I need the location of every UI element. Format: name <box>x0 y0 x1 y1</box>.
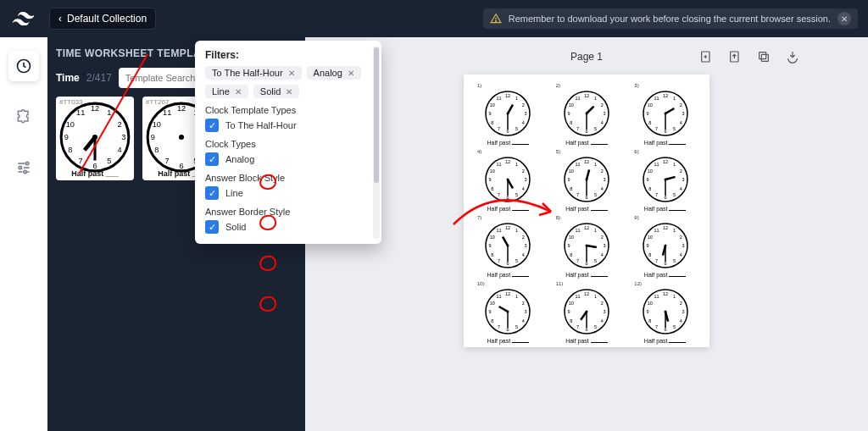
svg-text:1: 1 <box>515 162 518 167</box>
svg-text:2: 2 <box>679 301 682 306</box>
svg-text:12: 12 <box>663 291 668 296</box>
svg-text:5: 5 <box>673 324 676 329</box>
category-label: Time <box>56 72 80 84</box>
chip-remove-icon[interactable]: ✕ <box>288 69 295 78</box>
worksheet-cell: 10)123456789101112Half past <box>472 281 544 344</box>
worksheet-cell: 1)123456789101112Half past <box>472 83 544 146</box>
chip-remove-icon[interactable]: ✕ <box>235 87 242 97</box>
svg-text:10: 10 <box>647 235 652 240</box>
svg-text:2: 2 <box>601 102 604 108</box>
chip-label: Analog <box>314 68 342 78</box>
collection-label: Default Collection <box>67 13 147 25</box>
app-logo <box>10 10 36 27</box>
svg-point-199 <box>507 311 509 313</box>
answer-line: Half past <box>565 338 608 344</box>
svg-text:3: 3 <box>603 111 605 116</box>
svg-text:4: 4 <box>679 318 682 323</box>
svg-text:5: 5 <box>515 324 518 329</box>
svg-text:1: 1 <box>673 96 676 101</box>
clock-icon: 123456789101112 <box>640 154 691 205</box>
svg-point-4 <box>24 170 26 173</box>
worksheet-cell: 11)123456789101112Half past <box>551 281 623 344</box>
svg-text:4: 4 <box>522 318 525 323</box>
svg-text:9: 9 <box>567 309 570 314</box>
svg-text:8: 8 <box>648 120 651 125</box>
svg-line-85 <box>665 108 674 113</box>
svg-text:12: 12 <box>505 159 510 164</box>
chip-label: To The Half-Hour <box>212 68 283 78</box>
export-button[interactable] <box>727 49 743 64</box>
rail-time-icon[interactable] <box>8 51 39 81</box>
svg-line-101 <box>508 180 513 188</box>
svg-text:12: 12 <box>663 225 668 230</box>
clock-preview-icon: 121234567891011 <box>56 108 134 167</box>
svg-text:8: 8 <box>492 318 494 323</box>
svg-text:9: 9 <box>567 111 570 116</box>
chip-remove-icon[interactable]: ✕ <box>348 69 354 78</box>
svg-text:4: 4 <box>601 252 604 257</box>
filter-chip[interactable]: Analog✕ <box>307 66 361 80</box>
svg-text:10: 10 <box>153 120 161 129</box>
clock-icon: 123456789101112 <box>640 286 691 337</box>
category-count: 2/417 <box>86 72 112 84</box>
checkbox-checked[interactable] <box>205 220 219 234</box>
add-page-button[interactable] <box>698 49 714 64</box>
filter-chip[interactable]: Solid✕ <box>253 85 299 98</box>
rail-puzzle-icon[interactable] <box>8 102 39 132</box>
svg-text:2: 2 <box>118 120 122 129</box>
worksheet-cell: 5)123456789101112Half past <box>551 149 623 212</box>
svg-text:8: 8 <box>492 120 494 125</box>
svg-text:4: 4 <box>601 186 604 191</box>
svg-text:5: 5 <box>107 157 111 165</box>
clock-icon: 123456789101112 <box>640 220 691 271</box>
svg-text:2: 2 <box>679 235 682 240</box>
svg-point-3 <box>19 166 21 169</box>
chip-remove-icon[interactable]: ✕ <box>286 87 292 97</box>
filter-value: Solid <box>225 222 246 232</box>
svg-text:11: 11 <box>163 108 171 117</box>
svg-line-53 <box>508 105 513 113</box>
close-notice-button[interactable]: ✕ <box>837 12 851 25</box>
svg-point-119 <box>585 179 587 181</box>
checkbox-checked[interactable] <box>205 152 219 166</box>
svg-point-135 <box>664 179 666 181</box>
svg-text:10: 10 <box>490 235 495 240</box>
filters-popover: Filters: To The Half-Hour✕Analog✕Line✕So… <box>195 41 381 244</box>
duplicate-button[interactable] <box>756 49 771 64</box>
back-collection-button[interactable]: ‹ Default Collection <box>49 8 156 30</box>
answer-line: Half past <box>565 206 608 212</box>
checkbox-checked[interactable] <box>205 186 219 200</box>
popover-scrollbar[interactable] <box>373 46 380 239</box>
svg-text:2: 2 <box>522 235 525 240</box>
svg-text:5: 5 <box>594 126 597 131</box>
checkbox-checked[interactable] <box>205 119 219 132</box>
svg-text:12: 12 <box>584 291 589 296</box>
download-button[interactable] <box>785 49 800 64</box>
svg-point-20 <box>92 135 97 140</box>
svg-text:9: 9 <box>646 111 648 116</box>
svg-text:3: 3 <box>682 309 684 314</box>
svg-text:12: 12 <box>505 93 510 98</box>
filter-chip[interactable]: To The Half-Hour✕ <box>205 66 302 80</box>
svg-text:7: 7 <box>655 192 658 197</box>
worksheet-cell: 2)123456789101112Half past <box>551 83 623 146</box>
cell-number: 6) <box>634 149 638 154</box>
svg-text:7: 7 <box>576 258 579 263</box>
svg-text:11: 11 <box>497 228 502 233</box>
svg-text:1: 1 <box>594 96 597 101</box>
svg-text:9: 9 <box>489 111 492 116</box>
svg-text:8: 8 <box>492 186 494 191</box>
svg-text:1: 1 <box>594 228 597 233</box>
filter-section-title: Clock Types <box>205 139 371 149</box>
filter-chip[interactable]: Line✕ <box>205 85 248 98</box>
filter-value: Analog <box>225 154 254 164</box>
svg-text:8: 8 <box>648 318 651 323</box>
rail-sliders-icon[interactable] <box>8 152 39 183</box>
svg-text:5: 5 <box>594 258 597 263</box>
svg-text:8: 8 <box>68 146 72 154</box>
clock-icon: 123456789101112 <box>561 88 612 139</box>
template-card[interactable]: #TT033 121234567891011 Half past ___ <box>56 97 134 180</box>
svg-point-34 <box>179 135 184 140</box>
svg-text:11: 11 <box>654 294 659 299</box>
svg-text:9: 9 <box>489 309 492 314</box>
